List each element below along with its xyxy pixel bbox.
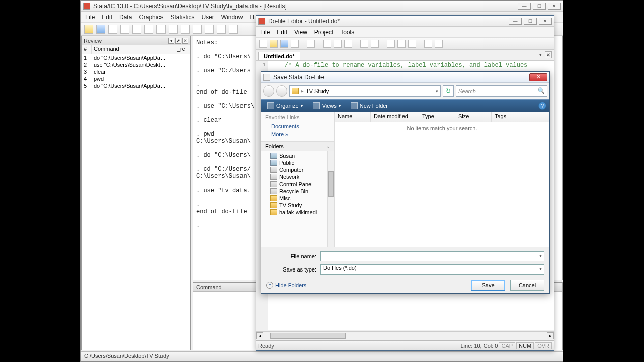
review-row[interactable]: 5do "C:\Users\Susan\AppDa... xyxy=(82,82,190,89)
log-icon[interactable] xyxy=(120,25,129,34)
tree-item[interactable]: Misc xyxy=(270,195,334,202)
menu-window[interactable]: Window xyxy=(221,14,243,21)
dofile-menu-project[interactable]: Project xyxy=(314,29,333,36)
save-button[interactable]: Save xyxy=(471,280,505,291)
review-row[interactable]: 3clear xyxy=(82,68,190,75)
viewer-icon[interactable] xyxy=(132,25,141,34)
clear-icon[interactable] xyxy=(205,25,214,34)
new-folder-button[interactable]: New Folder xyxy=(348,101,391,110)
bookmark-icon[interactable] xyxy=(408,40,416,48)
review-pin-icon[interactable]: ⬈ xyxy=(175,38,181,44)
menu-edit[interactable]: Edit xyxy=(102,14,112,21)
close-button[interactable]: ✕ xyxy=(548,3,561,10)
col-type[interactable]: Type xyxy=(419,112,455,122)
graph-icon[interactable] xyxy=(144,25,153,34)
menu-statistics[interactable]: Statistics xyxy=(170,14,194,21)
folders-heading[interactable]: Folders⌄ xyxy=(261,141,334,151)
data-browser-icon[interactable] xyxy=(181,25,190,34)
organize-button[interactable]: Organize▾ xyxy=(264,101,306,110)
review-row[interactable]: 4pwd xyxy=(82,75,190,82)
cut-icon[interactable] xyxy=(323,40,331,48)
review-filter-icon[interactable]: ▾ xyxy=(168,38,174,44)
menu-graphics[interactable]: Graphics xyxy=(139,14,163,21)
find-icon[interactable] xyxy=(307,40,315,48)
maximize-button[interactable]: ☐ xyxy=(533,3,546,10)
menu-help[interactable]: H xyxy=(250,14,254,21)
col-name[interactable]: Name xyxy=(335,112,371,122)
col-date[interactable]: Date modified xyxy=(371,112,419,122)
col-size[interactable]: Size xyxy=(455,112,492,122)
editor-hscrollbar[interactable]: ◂ ▸ xyxy=(256,331,554,339)
break-icon[interactable] xyxy=(217,25,226,34)
print-icon[interactable] xyxy=(108,25,117,34)
save-file-icon[interactable] xyxy=(280,40,288,48)
data-editor-icon[interactable] xyxy=(169,25,178,34)
dofile-menu-view[interactable]: View xyxy=(294,29,307,36)
tree-item[interactable]: Public xyxy=(270,159,334,166)
scroll-left-icon[interactable]: ◂ xyxy=(256,332,263,339)
dofile-menu-file[interactable]: File xyxy=(260,29,270,36)
menu-data[interactable]: Data xyxy=(119,14,132,21)
tab-close-icon[interactable]: ✕ xyxy=(545,51,552,58)
new-icon[interactable] xyxy=(259,40,267,48)
paste-icon[interactable] xyxy=(344,40,352,48)
undo-icon[interactable] xyxy=(360,40,368,48)
run-icon[interactable] xyxy=(424,40,432,48)
tree-item[interactable]: Control Panel xyxy=(270,180,334,188)
tree-item[interactable]: Computer xyxy=(270,166,334,173)
favorites-more[interactable]: More » xyxy=(261,130,334,138)
breadcrumb-folder[interactable]: TV Study xyxy=(306,88,329,94)
save-icon[interactable] xyxy=(96,25,105,34)
favorite-documents[interactable]: Documents xyxy=(261,122,334,130)
hide-folders-toggle[interactable]: ⌃Hide Folders xyxy=(266,282,306,289)
tree-item[interactable]: Susan xyxy=(270,152,334,159)
refresh-button[interactable]: ↻ xyxy=(443,85,454,97)
dialog-close-button[interactable]: ✕ xyxy=(529,73,547,81)
help-button[interactable]: ? xyxy=(538,102,546,110)
review-col-num[interactable]: # xyxy=(82,45,92,54)
copy-icon[interactable] xyxy=(334,40,342,48)
dofile-minimize-button[interactable]: — xyxy=(509,18,522,25)
col-tags[interactable]: Tags xyxy=(492,112,549,122)
scroll-right-icon[interactable]: ▸ xyxy=(547,332,554,339)
nav-forward-button[interactable] xyxy=(276,85,287,97)
execute-icon[interactable] xyxy=(435,40,443,48)
review-close-icon[interactable]: ✕ xyxy=(182,38,188,44)
dofile-icon[interactable] xyxy=(156,25,166,34)
review-row[interactable]: 1do "C:\Users\Susan\AppDa... xyxy=(82,54,190,61)
breadcrumb[interactable]: ▸ TV Study ▾ xyxy=(289,85,441,97)
tree-item[interactable]: TV Study xyxy=(270,202,334,209)
review-col-cmd[interactable]: Command xyxy=(92,45,175,54)
views-button[interactable]: Views▾ xyxy=(310,101,344,110)
tab-dropdown-icon[interactable]: ▾ xyxy=(537,51,544,58)
indent-right-icon[interactable] xyxy=(397,40,406,48)
filename-input[interactable] xyxy=(320,251,544,261)
tree-item[interactable]: Network xyxy=(270,173,334,180)
dofile-menu-tools[interactable]: Tools xyxy=(340,29,354,36)
dofile-tab[interactable]: Untitled.do* xyxy=(258,52,300,60)
scroll-thumb[interactable] xyxy=(270,333,346,339)
savetype-select[interactable]: Do files (*.do) xyxy=(320,264,544,275)
minimize-button[interactable]: — xyxy=(518,3,531,10)
nav-back-button[interactable] xyxy=(263,85,274,97)
tree-item[interactable]: halfak-wikimedi xyxy=(270,209,334,216)
tree-item[interactable]: Recycle Bin xyxy=(270,188,334,195)
menu-user[interactable]: User xyxy=(201,14,214,21)
scroll-thumb[interactable] xyxy=(328,171,334,197)
review-row[interactable]: 2use "C:\Users\Susan\Deskt... xyxy=(82,61,190,68)
indent-left-icon[interactable] xyxy=(387,40,395,48)
cancel-button[interactable]: Cancel xyxy=(510,280,544,291)
dofile-maximize-button[interactable]: ☐ xyxy=(524,18,537,25)
print-file-icon[interactable] xyxy=(291,40,299,48)
breadcrumb-dropdown-icon[interactable]: ▾ xyxy=(436,88,438,94)
open-icon[interactable] xyxy=(84,25,93,34)
search-input[interactable]: Search 🔍 xyxy=(456,85,547,97)
tree-scrollbar[interactable] xyxy=(327,151,334,247)
review-col-rc[interactable]: _rc xyxy=(175,45,190,54)
menu-file[interactable]: File xyxy=(85,14,95,21)
dofile-close-button[interactable]: ✕ xyxy=(539,18,552,25)
search-help-icon[interactable] xyxy=(229,25,238,34)
redo-icon[interactable] xyxy=(371,40,379,48)
open-file-icon[interactable] xyxy=(270,40,278,48)
dofile-menu-edit[interactable]: Edit xyxy=(277,29,287,36)
